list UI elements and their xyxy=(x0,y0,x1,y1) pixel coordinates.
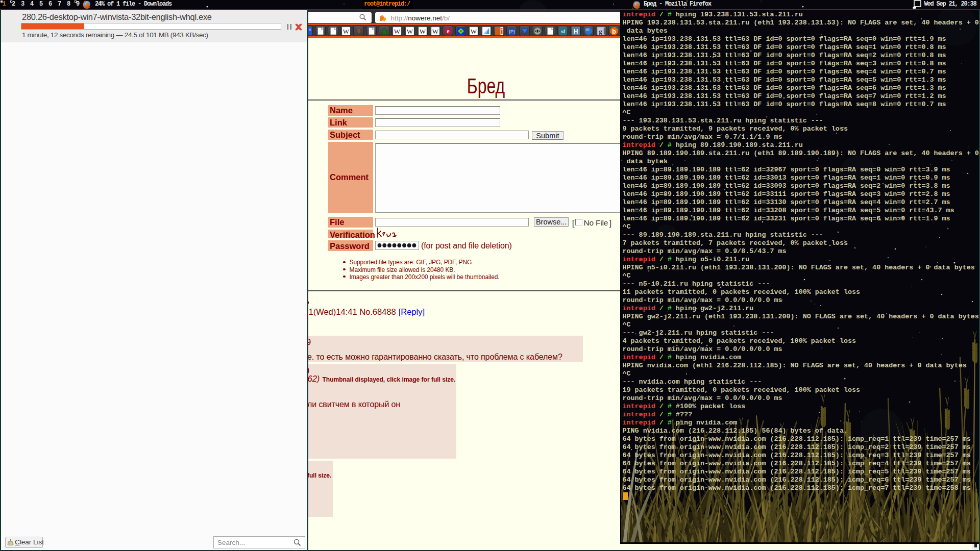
svg-text:sf: sf xyxy=(561,29,566,34)
svg-text:W: W xyxy=(432,28,439,35)
svg-text:W: W xyxy=(343,28,350,35)
svg-text:W: W xyxy=(420,28,426,35)
svg-text:g: g xyxy=(599,28,603,35)
svg-text:W: W xyxy=(471,28,477,35)
svg-text:e: e xyxy=(447,28,450,34)
svg-text:W: W xyxy=(394,28,401,35)
svg-text:H: H xyxy=(574,28,578,35)
svg-text:{P}: {P} xyxy=(509,29,515,34)
svg-text:W: W xyxy=(407,28,413,35)
svg-text:b: b xyxy=(612,28,617,35)
